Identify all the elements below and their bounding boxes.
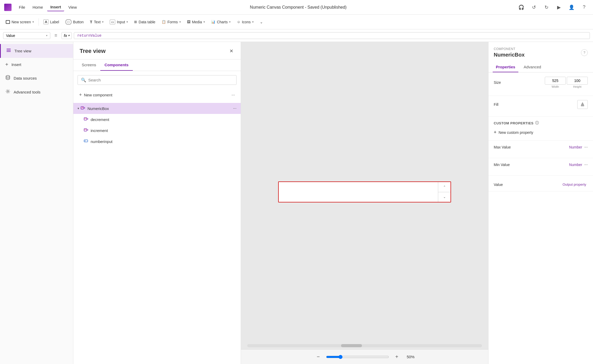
main-layout: Tree view + Insert Data sources bbox=[0, 42, 593, 364]
height-input-group: Height bbox=[567, 77, 588, 88]
output-prop-label: Value bbox=[494, 183, 561, 187]
sidebar-item-tree-view[interactable]: Tree view bbox=[0, 44, 73, 58]
menu-home[interactable]: Home bbox=[29, 3, 46, 11]
text-icon: T bbox=[90, 20, 92, 24]
help-icon[interactable]: ? bbox=[579, 3, 589, 12]
forms-icon: 📋 bbox=[162, 20, 166, 24]
numberinput-label: numberinput bbox=[91, 139, 233, 144]
play-icon[interactable]: ▶ bbox=[554, 3, 564, 12]
datatable-btn-text: Data table bbox=[139, 20, 155, 24]
new-prop-plus-icon: + bbox=[494, 130, 497, 135]
button-icon: □ bbox=[65, 19, 72, 25]
sidebar-item-advanced-tools[interactable]: Advanced tools bbox=[0, 85, 73, 99]
undo-icon[interactable]: ↺ bbox=[529, 3, 539, 12]
fill-color-button[interactable] bbox=[577, 100, 588, 109]
tree-tab-components[interactable]: Components bbox=[100, 59, 133, 71]
fx-button[interactable]: fx ▾ bbox=[62, 32, 72, 39]
datatable-button[interactable]: ⊞ Data table bbox=[131, 18, 158, 26]
new-component-button[interactable]: + New component bbox=[78, 91, 114, 99]
new-component-dots[interactable]: ··· bbox=[230, 92, 237, 98]
svg-rect-8 bbox=[84, 118, 87, 120]
svg-point-12 bbox=[85, 129, 85, 130]
left-sidebar: Tree view + Insert Data sources bbox=[0, 42, 73, 364]
min-value-section: Min Value Number ··· bbox=[488, 158, 593, 176]
max-value-dots[interactable]: ··· bbox=[584, 145, 588, 150]
component-name-label: NumericBox bbox=[494, 52, 525, 58]
component-help-icon[interactable]: ? bbox=[581, 49, 588, 56]
tree-panel-title: Tree view bbox=[80, 48, 106, 54]
min-value-dots[interactable]: ··· bbox=[584, 162, 588, 167]
tree-tab-screens[interactable]: Screens bbox=[78, 59, 100, 71]
headphones-icon[interactable]: 🎧 bbox=[517, 3, 526, 12]
toolbar-sep-1 bbox=[39, 18, 39, 26]
zoom-slider[interactable] bbox=[326, 355, 389, 359]
custom-properties-help-icon[interactable]: ⓘ bbox=[535, 121, 539, 125]
new-component-plus: + bbox=[79, 92, 82, 98]
height-input[interactable] bbox=[567, 77, 588, 85]
tree-item-increment[interactable]: increment ··· bbox=[73, 125, 241, 136]
media-button[interactable]: 🖼 Media ▾ bbox=[184, 18, 207, 26]
text-btn-text: Text bbox=[94, 20, 101, 24]
increment-icon bbox=[84, 128, 89, 133]
property-chevron: ▾ bbox=[46, 34, 47, 37]
property-value: Value bbox=[6, 34, 15, 38]
right-tab-advanced[interactable]: Advanced bbox=[520, 62, 544, 72]
input-button[interactable]: ▭ Input ▾ bbox=[107, 18, 130, 26]
text-button[interactable]: T Text ▾ bbox=[87, 18, 106, 26]
label-icon: A bbox=[43, 19, 48, 24]
menu-insert[interactable]: Insert bbox=[47, 3, 64, 11]
numericbox-dots[interactable]: ··· bbox=[233, 106, 237, 111]
numeric-input-area[interactable] bbox=[279, 182, 438, 202]
sidebar-label-tree-view: Tree view bbox=[14, 49, 31, 53]
label-button[interactable]: A Label bbox=[41, 18, 62, 26]
numericbox-preview[interactable]: ⌃ ⌄ bbox=[278, 181, 451, 202]
tree-item-numericbox[interactable]: ▾ NumericBox ··· bbox=[73, 103, 241, 114]
max-value-type: Number bbox=[569, 145, 582, 149]
svg-rect-11 bbox=[84, 129, 87, 131]
search-icon: 🔍 bbox=[81, 78, 86, 82]
charts-button[interactable]: 📊 Charts ▾ bbox=[208, 18, 233, 26]
canvas-content: ⌃ ⌄ bbox=[241, 42, 488, 342]
menu-view[interactable]: View bbox=[65, 3, 80, 11]
width-input[interactable] bbox=[545, 77, 566, 85]
tree-item-numberinput[interactable]: numberinput ··· bbox=[73, 136, 241, 147]
property-selector[interactable]: Value ▾ bbox=[3, 32, 50, 39]
numericbox-label: NumericBox bbox=[87, 106, 233, 111]
spinner-down-button[interactable]: ⌄ bbox=[438, 192, 451, 202]
sidebar-label-insert: Insert bbox=[12, 62, 21, 67]
search-input[interactable] bbox=[88, 78, 233, 82]
menu-bar: File Home Insert View Numeric Canvas Com… bbox=[0, 0, 593, 15]
canvas-scrollbar-thumb[interactable] bbox=[341, 344, 362, 347]
max-value-label: Max Value bbox=[494, 145, 569, 149]
redo-icon[interactable]: ↻ bbox=[542, 3, 551, 12]
right-tab-properties[interactable]: Properties bbox=[493, 62, 518, 72]
spinner-up-button[interactable]: ⌃ bbox=[438, 182, 451, 192]
equals-sign: = bbox=[52, 33, 59, 38]
more-button[interactable]: ⌄ bbox=[257, 18, 266, 26]
forms-button[interactable]: 📋 Forms ▾ bbox=[159, 18, 183, 26]
menu-bar-left: File Home Insert View bbox=[16, 3, 80, 11]
sidebar-item-insert[interactable]: + Insert bbox=[0, 58, 73, 71]
icons-button[interactable]: ☺ Icons ▾ bbox=[234, 18, 256, 26]
user-icon[interactable]: 👤 bbox=[567, 3, 576, 12]
button-btn-text: Button bbox=[73, 20, 84, 24]
decrement-label: decrement bbox=[91, 117, 233, 122]
max-value-section: Max Value Number ··· bbox=[488, 141, 593, 158]
tree-item-decrement[interactable]: decrement ··· bbox=[73, 114, 241, 125]
output-property-badge[interactable]: Output property bbox=[561, 182, 588, 187]
zoom-plus-button[interactable]: + bbox=[393, 353, 400, 361]
button-button[interactable]: □ Button bbox=[63, 18, 86, 26]
charts-btn-text: Charts bbox=[217, 20, 228, 24]
zoom-minus-button[interactable]: − bbox=[315, 353, 322, 361]
menu-file[interactable]: File bbox=[16, 3, 28, 11]
tree-close-button[interactable]: ✕ bbox=[228, 47, 234, 55]
formula-input[interactable]: returnValue bbox=[74, 32, 590, 39]
size-row: Size Width Height bbox=[494, 77, 588, 88]
sidebar-item-data-sources[interactable]: Data sources bbox=[0, 71, 73, 85]
svg-rect-2 bbox=[7, 51, 11, 52]
forms-btn-text: Forms bbox=[167, 20, 178, 24]
decrement-icon bbox=[84, 117, 89, 122]
new-custom-property-button[interactable]: + New custom property bbox=[494, 129, 588, 136]
new-component-label: New component bbox=[84, 93, 112, 97]
new-screen-button[interactable]: New screen ▾ bbox=[3, 18, 36, 26]
